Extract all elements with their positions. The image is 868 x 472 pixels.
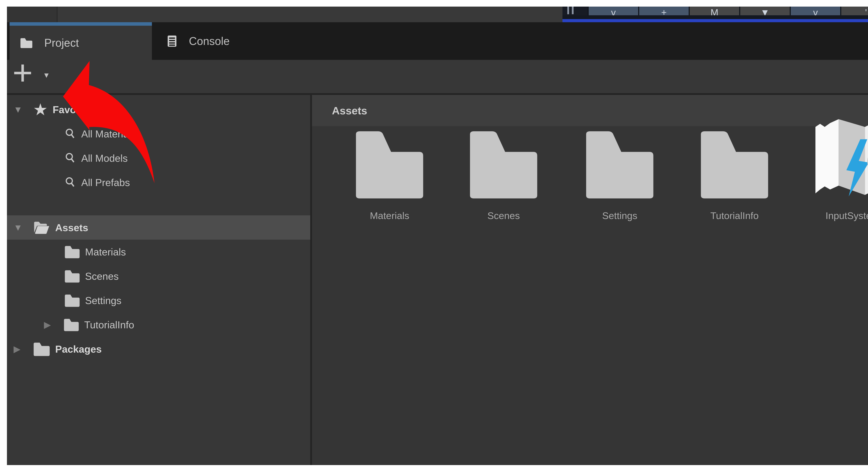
- upper-pane-sliver-left: [7, 7, 57, 22]
- project-toolbar: + ▾: [7, 60, 868, 93]
- inputactions-map-icon: [809, 118, 868, 199]
- external-toolbar-button-3[interactable]: M: [689, 7, 739, 15]
- external-toolbar-button-1[interactable]: v: [588, 7, 638, 15]
- folder-large-icon: [696, 118, 773, 199]
- star-icon: ★: [33, 101, 48, 118]
- tree-label: Scenes: [85, 270, 119, 282]
- external-toolbar-button-5[interactable]: v: [790, 7, 840, 15]
- asset-label: InputSyste...: [826, 210, 868, 221]
- folder-large-icon: [351, 118, 428, 199]
- tree-label: All Materials: [81, 128, 136, 140]
- screenshot-frame: v + M ▼ v ' | v v Project Console +: [0, 0, 868, 472]
- button-glyph: M: [711, 9, 718, 15]
- tree-label: Settings: [85, 295, 122, 306]
- asset-item-scenes[interactable]: Scenes: [446, 118, 561, 229]
- tree-label: All Models: [81, 152, 128, 164]
- search-icon: [64, 176, 76, 188]
- tree-label: All Prefabs: [81, 177, 130, 188]
- button-glyph: ▼: [761, 9, 770, 15]
- tree-label: Favorites: [53, 104, 97, 116]
- assets-grid-panel: Assets Materials Scenes Settings Tutor: [312, 95, 868, 465]
- tree-row-packages[interactable]: ▶ Packages: [7, 337, 310, 361]
- button-glyph: +: [661, 9, 667, 15]
- create-dropdown-caret-icon[interactable]: ▾: [44, 70, 49, 80]
- tab-bar: Project Console: [7, 22, 868, 60]
- sidebar-divider[interactable]: [310, 95, 312, 465]
- button-glyph: v: [611, 9, 616, 15]
- asset-item-materials[interactable]: Materials: [332, 118, 447, 229]
- asset-label: Scenes: [488, 210, 520, 221]
- external-toolbar-button-2[interactable]: +: [638, 7, 689, 15]
- folder-icon: [33, 342, 50, 356]
- button-glyph: v: [813, 9, 818, 15]
- folder-large-icon: [465, 118, 542, 199]
- tree-row-scenes[interactable]: Scenes: [7, 264, 310, 288]
- folder-icon: [64, 294, 80, 307]
- search-icon: [64, 128, 76, 140]
- tree-row-assets-selected[interactable]: ▼ Assets: [7, 215, 310, 240]
- tree-row-favorites[interactable]: ▼ ★ Favorites: [7, 97, 310, 122]
- external-accent-bar: [562, 19, 868, 22]
- folder-icon: [64, 245, 80, 258]
- asset-label: TutorialInfo: [710, 210, 758, 221]
- asset-item-tutorialinfo[interactable]: TutorialInfo: [677, 118, 792, 229]
- breadcrumb[interactable]: Assets: [332, 104, 367, 117]
- external-toolbar-button-4[interactable]: ▼: [739, 7, 790, 15]
- asset-item-inputsystem[interactable]: InputSyste...: [795, 118, 868, 229]
- folder-tab-icon: [20, 37, 33, 48]
- tree-row-materials[interactable]: Materials: [7, 240, 310, 264]
- folder-icon: [64, 270, 80, 283]
- external-toolbar-gap: [562, 15, 868, 19]
- drag-handle-icon[interactable]: [567, 7, 578, 15]
- folder-icon: [63, 318, 79, 331]
- collapse-triangle-icon[interactable]: ▼: [7, 222, 33, 233]
- search-icon: [64, 152, 76, 164]
- create-asset-button[interactable]: +: [12, 56, 33, 89]
- asset-item-settings[interactable]: Settings: [562, 118, 677, 229]
- expand-triangle-icon[interactable]: ▶: [7, 344, 33, 354]
- console-lines-icon: [167, 35, 178, 47]
- external-window-toolbar: v + M ▼ v ' | v v: [562, 7, 868, 22]
- tree-label: TutorialInfo: [84, 319, 134, 331]
- folder-open-icon: [33, 221, 50, 234]
- tree-label: Materials: [85, 246, 126, 258]
- tree-row-all-prefabs[interactable]: All Prefabs: [7, 170, 310, 194]
- button-glyph: ': [865, 9, 867, 15]
- tree-row-all-models[interactable]: All Models: [7, 146, 310, 170]
- asset-label: Settings: [602, 210, 637, 221]
- toolbar-divider: [7, 93, 868, 95]
- tab-project-label: Project: [44, 36, 79, 49]
- external-toolbar-button-6[interactable]: ': [840, 7, 868, 15]
- project-tree-sidebar: ▼ ★ Favorites All Materials All Models A…: [7, 95, 310, 465]
- asset-label: Materials: [370, 210, 409, 221]
- collapse-triangle-icon[interactable]: ▼: [7, 104, 33, 115]
- tree-row-all-materials[interactable]: All Materials: [7, 122, 310, 146]
- expand-triangle-icon[interactable]: ▶: [37, 319, 63, 330]
- tree-label: Packages: [55, 343, 102, 355]
- upper-pane-sliver-right: [57, 7, 563, 22]
- tree-label: Assets: [55, 222, 88, 233]
- tab-console[interactable]: Console: [156, 22, 285, 60]
- tab-console-label: Console: [189, 35, 230, 48]
- tree-row-settings[interactable]: Settings: [7, 288, 310, 313]
- folder-large-icon: [582, 118, 658, 199]
- tree-row-tutorialinfo[interactable]: ▶ TutorialInfo: [7, 313, 310, 337]
